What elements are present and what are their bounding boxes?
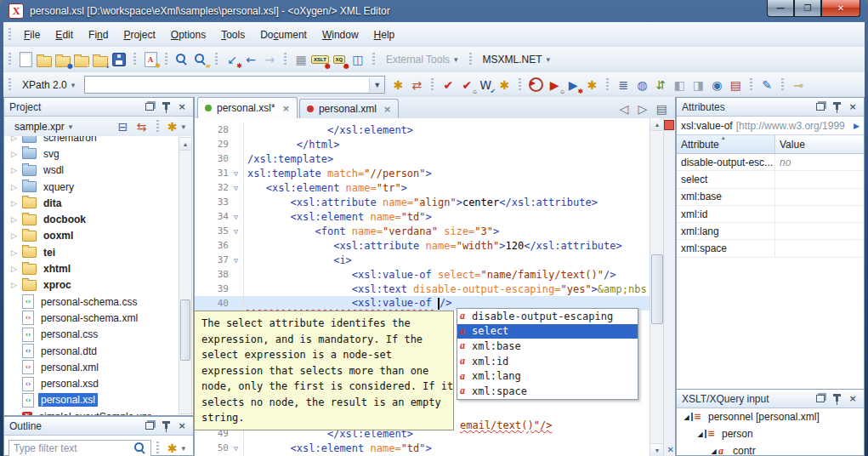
close-panel-icon[interactable]: × bbox=[847, 393, 859, 404]
column-value[interactable]: Value bbox=[775, 135, 805, 153]
fold-marker-icon[interactable]: ▽ bbox=[229, 180, 244, 195]
outline-filter-input[interactable]: Type filter text bbox=[9, 440, 151, 456]
check-well-formed-icon[interactable]: W✔ bbox=[477, 76, 494, 94]
external-tools-dropdown[interactable]: External Tools bbox=[380, 51, 464, 68]
autocomplete-item-select[interactable]: aselect bbox=[457, 324, 638, 339]
xslt-tree-item-personnel[interactable]: ◢≡personnel [personal.xml] bbox=[677, 408, 864, 425]
tree-item-personal-dtd[interactable]: ‹›personal.dtd bbox=[4, 343, 193, 359]
expander-icon[interactable]: ▷ bbox=[11, 231, 22, 240]
attribute-name-cell[interactable]: xml:lang bbox=[677, 223, 775, 239]
expander-icon[interactable]: ▷ bbox=[11, 136, 22, 142]
scroll-down-icon[interactable]: ▼ bbox=[650, 443, 664, 456]
drag-handle[interactable] bbox=[215, 53, 218, 66]
code-line-36[interactable]: 36 <xsl:attribute name="width">120</xsl:… bbox=[195, 238, 650, 253]
column-attribute[interactable]: ▲Attribute bbox=[677, 135, 775, 153]
scroll-up-icon[interactable]: ▲ bbox=[650, 118, 664, 131]
menu-edit[interactable]: Edit bbox=[48, 26, 81, 43]
tree-item-xproc[interactable]: ▷xproc bbox=[4, 277, 193, 294]
pin-panel-icon[interactable] bbox=[831, 393, 842, 404]
drag-handle[interactable] bbox=[606, 78, 609, 92]
code-line-39[interactable]: 39 <xsl:text disable-output-escaping="ye… bbox=[195, 282, 650, 296]
connect-database-icon[interactable]: ⊸ bbox=[790, 76, 807, 94]
expander-icon[interactable]: ▷ bbox=[11, 183, 22, 191]
drag-handle[interactable] bbox=[469, 53, 472, 66]
tree-item-simplelayoutsample-xpr[interactable]: XsimpleLayoutSample.xpr bbox=[4, 408, 193, 415]
menu-help[interactable]: Help bbox=[366, 26, 403, 43]
forward-icon[interactable]: → bbox=[261, 50, 278, 69]
menu-tools[interactable]: Tools bbox=[213, 26, 252, 43]
xslt-debugger-icon[interactable]: XSLT● bbox=[311, 50, 329, 69]
autocomplete-item-xml-id[interactable]: axml:id bbox=[457, 354, 638, 369]
close-tab-icon[interactable]: × bbox=[383, 104, 391, 115]
attribute-name-cell[interactable]: xml:id bbox=[677, 206, 775, 222]
open-icon[interactable] bbox=[36, 50, 53, 69]
generate-documentation-icon[interactable]: ▤ bbox=[727, 76, 744, 94]
validate-icon[interactable]: ✔ bbox=[440, 76, 457, 94]
search-icon[interactable] bbox=[173, 50, 190, 69]
close-panel-icon[interactable]: × bbox=[176, 420, 188, 431]
menu-file[interactable]: File bbox=[16, 26, 48, 43]
attribute-row-xml-id[interactable]: xml:id bbox=[677, 206, 864, 223]
drag-handle[interactable] bbox=[750, 78, 752, 92]
split-editor-icon[interactable]: ◫ bbox=[349, 50, 366, 69]
web-schema-icon[interactable]: ◉ bbox=[708, 76, 725, 94]
scroll-up-icon[interactable]: ▲ bbox=[179, 138, 191, 151]
code-line-32[interactable]: 32▽ <xsl:element name="tr"> bbox=[195, 180, 650, 195]
drag-handle[interactable] bbox=[165, 53, 167, 66]
tree-item-personal-xsl[interactable]: ‹›personal.xsl bbox=[4, 392, 193, 408]
error-marker-icon[interactable] bbox=[664, 120, 674, 130]
expander-icon[interactable]: ◢ bbox=[695, 430, 705, 438]
project-settings-icon[interactable]: ✱ bbox=[165, 117, 188, 137]
expander-icon[interactable]: ▷ bbox=[11, 265, 22, 273]
pin-panel-icon[interactable] bbox=[831, 101, 842, 112]
tree-item-dita[interactable]: ▷dita bbox=[4, 195, 193, 211]
drag-handle[interactable] bbox=[431, 78, 434, 92]
scrollbar-thumb[interactable] bbox=[180, 299, 190, 361]
project-tree-scrollbar[interactable]: ▲ bbox=[179, 137, 192, 414]
scrollbar-thumb[interactable] bbox=[651, 254, 663, 324]
attributes-table-header[interactable]: ▲Attribute Value bbox=[677, 135, 864, 154]
float-panel-icon[interactable] bbox=[814, 393, 826, 404]
expander-icon[interactable]: ◢ bbox=[709, 447, 718, 455]
tree-item-xquery[interactable]: ▷xquery bbox=[4, 179, 193, 195]
attribute-row-xml-lang[interactable]: xml:lang bbox=[677, 223, 864, 240]
drag-handle[interactable] bbox=[9, 53, 11, 66]
edit-scenarios-icon[interactable]: ✎ bbox=[758, 76, 775, 94]
attribute-row-select[interactable]: select bbox=[677, 171, 864, 188]
close-panel-icon[interactable]: × bbox=[847, 101, 859, 112]
code-line-31[interactable]: 31▽xsl:template match="//person"> bbox=[195, 166, 650, 180]
tree-item-docbook[interactable]: ▷docbook bbox=[4, 211, 193, 227]
autocomplete-item-xml-lang[interactable]: axml:lang bbox=[457, 368, 638, 384]
tree-item-personal-xml[interactable]: ‹›personal.xml bbox=[4, 359, 193, 375]
tab-list-icon[interactable]: ▤ bbox=[656, 100, 667, 118]
stripe-bottom-icon[interactable]: ✕ bbox=[667, 445, 674, 454]
transformer-dropdown[interactable]: MSXML.NET bbox=[477, 51, 557, 68]
code-line-28[interactable]: 28 </xsl:element> bbox=[195, 123, 650, 137]
tree-item-personal-css[interactable]: ‹›personal.css bbox=[4, 327, 193, 343]
close-tab-icon[interactable]: × bbox=[282, 103, 290, 114]
code-line-33[interactable]: 33 <xsl:attribute name="align">center</x… bbox=[195, 195, 650, 209]
float-panel-icon[interactable] bbox=[144, 101, 156, 112]
pin-panel-icon[interactable] bbox=[160, 101, 172, 112]
tree-item-ooxml[interactable]: ▷ooxml bbox=[4, 228, 193, 244]
expander-icon[interactable]: ▷ bbox=[11, 166, 22, 174]
expander-icon[interactable]: ▷ bbox=[11, 150, 22, 158]
menu-project[interactable]: Project bbox=[116, 26, 162, 43]
validate-with-icon[interactable]: ✔⌂ bbox=[458, 76, 475, 94]
drag-handle[interactable] bbox=[9, 78, 11, 92]
float-panel-icon[interactable] bbox=[144, 420, 156, 431]
close-button[interactable]: ✕ bbox=[821, 0, 860, 17]
tab-personal-xml[interactable]: personal.xml × bbox=[299, 99, 399, 118]
fold-marker-icon[interactable]: ▽ bbox=[229, 224, 244, 238]
tree-item-wsdl[interactable]: ▷wsdl bbox=[4, 162, 193, 179]
attach-source-icon[interactable]: ◧ bbox=[671, 76, 688, 94]
drag-handle[interactable] bbox=[781, 78, 784, 92]
xquery-debugger-icon[interactable]: XQ● bbox=[331, 50, 348, 69]
fold-marker-icon[interactable]: ▽ bbox=[229, 441, 244, 455]
switch-content-icon[interactable]: ⇄ bbox=[408, 76, 425, 94]
outline-settings-icon[interactable]: ✱ bbox=[165, 438, 188, 456]
tab-next-icon[interactable]: ▷ bbox=[638, 100, 648, 118]
pin-panel-icon[interactable] bbox=[160, 420, 172, 431]
autocomplete-item-xml-space[interactable]: axml:space bbox=[457, 384, 638, 399]
fold-marker-icon[interactable]: ▽ bbox=[229, 166, 244, 180]
